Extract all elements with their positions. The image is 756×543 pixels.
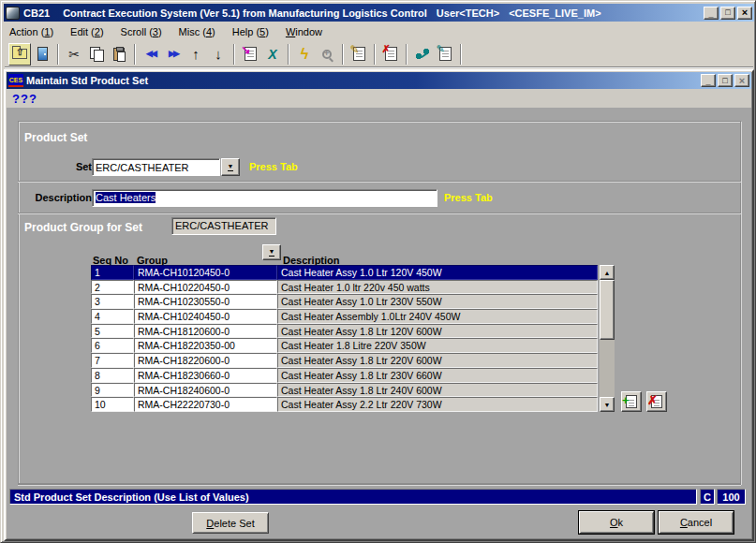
menu-item-misc[interactable]: Misc (4) bbox=[179, 26, 215, 37]
edit-note-icon[interactable]: ✎ bbox=[348, 43, 370, 66]
cell-group[interactable]: RMA-CH10120450-0 bbox=[134, 265, 277, 280]
table-row[interactable]: 9RMA-CH18240600-0Cast Heater Assy 1.8 Lt… bbox=[91, 383, 598, 398]
cell-group[interactable]: RMA-CH18120600-0 bbox=[134, 324, 277, 339]
separator-line bbox=[18, 484, 741, 486]
status-mode-indicator: C bbox=[700, 489, 715, 505]
first-record-icon-glyph: ◀◀ bbox=[146, 50, 156, 58]
cell-seq[interactable]: 1 bbox=[91, 265, 134, 280]
scrollbar-track[interactable] bbox=[600, 280, 615, 397]
cell-seq[interactable]: 3 bbox=[91, 294, 134, 309]
delete-set-button[interactable]: Delete Set bbox=[192, 512, 269, 534]
help-strip: ??? bbox=[7, 89, 751, 108]
scroll-up-icon[interactable]: ↑ bbox=[185, 43, 207, 66]
table-scrollbar[interactable]: ▲ ▼ bbox=[600, 265, 615, 412]
copy-icon[interactable] bbox=[85, 43, 108, 66]
export-x-icon[interactable]: X bbox=[261, 43, 284, 66]
keys-icon[interactable] bbox=[411, 43, 434, 66]
form-area: Product Set Set ▼ Press Tab Description … bbox=[7, 108, 751, 538]
cell-desc[interactable]: Cast Heater Assy 1.0 Ltr 120V 450W bbox=[277, 265, 598, 280]
toolbar-separator bbox=[288, 44, 289, 65]
cell-seq[interactable]: 8 bbox=[91, 368, 134, 383]
zoom-icon[interactable] bbox=[316, 43, 338, 66]
cell-group[interactable]: RMA-CH18220350-00 bbox=[134, 338, 277, 353]
document-icon: ✎ bbox=[439, 47, 452, 61]
table-body: 1RMA-CH10120450-0Cast Heater Assy 1.0 Lt… bbox=[91, 265, 598, 412]
cell-seq[interactable]: 7 bbox=[91, 353, 134, 368]
cell-desc[interactable]: Cast Heater 1.8 Litre 220V 350W bbox=[277, 338, 598, 353]
cell-desc[interactable]: Cast Heater 1.0 ltr 220v 450 watts bbox=[277, 280, 598, 295]
cell-seq[interactable]: 9 bbox=[91, 383, 134, 398]
ok-button[interactable]: Ok bbox=[579, 511, 654, 534]
cell-seq[interactable]: 5 bbox=[91, 324, 134, 339]
cell-group[interactable]: RMA-CH10230550-0 bbox=[134, 294, 277, 309]
help-link[interactable]: ??? bbox=[12, 92, 37, 106]
child-minimize-icon[interactable]: _ bbox=[701, 74, 716, 87]
cell-desc[interactable]: Cast Heater Assy 1.8 Ltr 120V 600W bbox=[277, 324, 598, 339]
cell-group[interactable]: RMA-CH10240450-0 bbox=[134, 309, 277, 324]
cell-seq[interactable]: 2 bbox=[91, 280, 134, 295]
document-icon: + bbox=[626, 395, 637, 408]
cell-desc[interactable]: Cast Heater Assy 1.8 Ltr 230V 660W bbox=[277, 368, 598, 383]
table-row[interactable]: 8RMA-CH18230660-0Cast Heater Assy 1.8 Lt… bbox=[91, 368, 598, 383]
description-input[interactable]: Cast Heaters bbox=[92, 189, 437, 207]
exit-door-icon[interactable] bbox=[31, 43, 53, 66]
menu-item-scroll[interactable]: Scroll (3) bbox=[121, 26, 162, 37]
child-close-icon[interactable]: × bbox=[734, 74, 749, 87]
maximize-icon[interactable]: □ bbox=[720, 7, 735, 20]
table-row[interactable]: 2RMA-CH10220450-0Cast Heater 1.0 ltr 220… bbox=[91, 280, 598, 295]
table-row[interactable]: 4RMA-CH10240450-0Cast Heater Assembly 1.… bbox=[91, 309, 598, 324]
toolbar: ✂◀◀▶▶↑↓↘Xϟ✎✗✎ bbox=[5, 41, 753, 67]
table-row[interactable]: 5RMA-CH18120600-0Cast Heater Assy 1.8 Lt… bbox=[91, 324, 598, 339]
delete-record-icon[interactable]: ✗ bbox=[379, 43, 402, 66]
table-row[interactable]: 1RMA-CH10120450-0Cast Heater Assy 1.0 Lt… bbox=[91, 265, 598, 280]
cell-desc[interactable]: Cast Heater Assembly 1.0Ltr 240V 450W bbox=[277, 309, 598, 324]
cell-group[interactable]: RMA-CH10220450-0 bbox=[134, 280, 277, 295]
document-icon: ✗ bbox=[385, 47, 397, 61]
notes-icon[interactable]: ✎ bbox=[434, 43, 456, 66]
set-lov-button[interactable]: ▼ bbox=[221, 158, 240, 176]
add-row-button[interactable]: + bbox=[621, 391, 642, 412]
table-row[interactable]: 7RMA-CH18220600-0Cast Heater Assy 1.8 Lt… bbox=[91, 353, 598, 368]
close-icon[interactable]: × bbox=[737, 7, 752, 20]
open-folder-icon[interactable] bbox=[8, 43, 31, 66]
group-lov-button[interactable]: ▼ bbox=[262, 244, 281, 260]
lov-dropdown-icon: ▼ bbox=[228, 163, 234, 171]
ces-icon: CES bbox=[8, 74, 23, 87]
delete-row-button[interactable]: ✗ bbox=[646, 391, 667, 412]
table-row[interactable]: 3RMA-CH10230550-0Cast Heater Assy 1.0 Lt… bbox=[91, 294, 598, 309]
insert-record-icon[interactable]: ↘ bbox=[239, 43, 261, 66]
set-input[interactable] bbox=[92, 158, 220, 176]
cell-seq[interactable]: 6 bbox=[91, 338, 134, 353]
child-maximize-icon[interactable]: □ bbox=[718, 74, 733, 87]
menu-item-edit[interactable]: Edit (2) bbox=[70, 26, 103, 37]
cancel-button[interactable]: Cancel bbox=[659, 511, 734, 534]
execute-query-icon[interactable]: ϟ bbox=[293, 43, 316, 66]
scrollbar-down-icon[interactable]: ▼ bbox=[600, 397, 615, 412]
minimize-icon[interactable]: _ bbox=[704, 7, 719, 20]
cell-seq[interactable]: 10 bbox=[91, 397, 134, 412]
cell-group[interactable]: RMA-CH18230660-0 bbox=[134, 368, 277, 383]
menu-item-help[interactable]: Help (5) bbox=[232, 26, 269, 37]
menu-item-window[interactable]: Window bbox=[286, 26, 322, 37]
cell-desc[interactable]: Cast Heater Assy 1.0 Ltr 230V 550W bbox=[277, 294, 598, 309]
cell-desc[interactable]: Cast Heater Assy 1.8 Ltr 240V 600W bbox=[277, 383, 598, 398]
toolbar-separator bbox=[406, 44, 408, 65]
table-row[interactable]: 10RMA-CH22220730-0Cast Heater Assy 2.2 L… bbox=[91, 397, 598, 412]
menu-item-action[interactable]: Action (1) bbox=[9, 26, 53, 37]
cut-icon[interactable]: ✂ bbox=[63, 43, 85, 66]
scrollbar-up-icon[interactable]: ▲ bbox=[600, 265, 615, 280]
table-row[interactable]: 6RMA-CH18220350-00Cast Heater 1.8 Litre … bbox=[91, 338, 598, 353]
last-record-icon[interactable]: ▶▶ bbox=[162, 43, 185, 66]
scroll-down-icon[interactable]: ↓ bbox=[207, 43, 230, 66]
cell-desc[interactable]: Cast Heater Assy 1.8 Ltr 220V 600W bbox=[277, 353, 598, 368]
cell-group[interactable]: RMA-CH18220600-0 bbox=[134, 353, 277, 368]
cell-group[interactable]: RMA-CH22220730-0 bbox=[134, 397, 277, 412]
cell-desc[interactable]: Cast Heater Assy 2.2 Ltr 220V 730W bbox=[277, 397, 598, 412]
cell-group[interactable]: RMA-CH18240600-0 bbox=[134, 383, 277, 398]
cell-seq[interactable]: 4 bbox=[91, 309, 134, 324]
scrollbar-thumb[interactable] bbox=[600, 280, 615, 340]
status-counter: 100 bbox=[717, 489, 746, 505]
paste-icon[interactable] bbox=[108, 43, 130, 66]
document-icon: ✎ bbox=[353, 47, 365, 61]
first-record-icon[interactable]: ◀◀ bbox=[140, 43, 162, 66]
